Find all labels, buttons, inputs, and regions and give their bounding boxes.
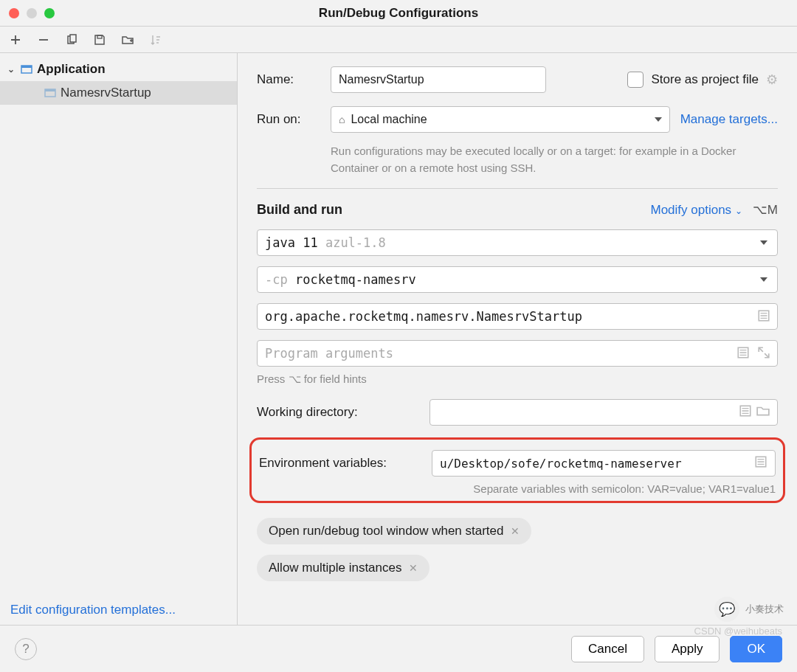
- maximize-window-icon[interactable]: [44, 8, 55, 18]
- divider: [257, 188, 778, 189]
- chip-allow-multiple[interactable]: Allow multiple instances ✕: [257, 555, 429, 581]
- list-icon[interactable]: [754, 455, 767, 471]
- svg-rect-6: [45, 89, 55, 91]
- application-icon: [21, 63, 32, 75]
- close-icon[interactable]: ✕: [511, 525, 520, 537]
- help-button[interactable]: ?: [15, 638, 37, 660]
- runon-select[interactable]: ⌂ Local machine: [331, 106, 670, 133]
- folder-icon[interactable]: [756, 404, 770, 420]
- store-project-file-label: Store as project file: [651, 72, 759, 87]
- apply-button[interactable]: Apply: [655, 636, 720, 662]
- main-class-value: org.apache.rocketmq.namesrv.NamesrvStart…: [265, 309, 582, 324]
- config-form: Name: NamesrvStartup Store as project fi…: [238, 53, 797, 625]
- folder-config-icon[interactable]: [121, 33, 134, 46]
- program-args-input[interactable]: Program arguments: [257, 340, 778, 367]
- name-input[interactable]: NamesrvStartup: [331, 66, 546, 93]
- env-input[interactable]: u/Desktop/sofe/rocketmq-nameserver: [432, 450, 776, 477]
- close-window-icon[interactable]: [9, 8, 19, 18]
- env-highlight-box: Environment variables: u/Desktop/sofe/ro…: [249, 437, 785, 503]
- cancel-button[interactable]: Cancel: [571, 636, 644, 662]
- window-title: Run/Debug Configurations: [0, 6, 797, 21]
- svg-rect-2: [97, 35, 102, 38]
- modify-shortcut: ⌥M: [753, 202, 778, 218]
- edit-templates-link[interactable]: Edit configuration templates...: [10, 603, 176, 617]
- add-config-icon[interactable]: [9, 33, 22, 46]
- list-icon[interactable]: [739, 404, 752, 420]
- env-value: u/Desktop/sofe/rocketmq-nameserver: [440, 457, 682, 471]
- sort-config-icon[interactable]: [149, 33, 162, 46]
- modify-options-link[interactable]: Modify options ⌄: [650, 203, 742, 218]
- working-dir-label: Working directory:: [257, 405, 419, 420]
- classpath-select[interactable]: -cp rocketmq-namesrv: [257, 266, 778, 293]
- env-label: Environment variables:: [259, 456, 421, 471]
- manage-targets-link[interactable]: Manage targets...: [680, 112, 778, 127]
- tree-node-label: Application: [37, 62, 106, 77]
- tree-node-application[interactable]: ⌄ Application: [0, 58, 237, 81]
- list-icon[interactable]: [736, 346, 750, 362]
- env-hint: Separate variables with semicolon: VAR=v…: [259, 482, 776, 495]
- ok-button[interactable]: OK: [730, 636, 782, 662]
- application-icon: [44, 87, 56, 99]
- chevron-down-icon: [760, 240, 767, 245]
- home-icon: ⌂: [339, 114, 345, 125]
- name-label: Name:: [257, 72, 320, 87]
- list-icon[interactable]: [757, 309, 770, 325]
- expand-icon[interactable]: [757, 346, 770, 362]
- jdk-primary: java 11: [265, 235, 318, 250]
- svg-rect-1: [70, 35, 76, 42]
- sidebar-toolbar: [0, 27, 797, 53]
- runon-label: Run on:: [257, 112, 320, 127]
- save-config-icon[interactable]: [93, 33, 106, 46]
- remove-config-icon[interactable]: [37, 33, 50, 46]
- program-args-placeholder: Program arguments: [265, 346, 393, 361]
- working-dir-input[interactable]: [429, 399, 778, 426]
- store-project-file-checkbox[interactable]: [627, 72, 644, 88]
- dialog-footer: ? Cancel Apply OK: [0, 625, 797, 672]
- tree-node-namesrvstartup[interactable]: NamesrvStartup: [0, 81, 237, 105]
- chip-open-tool-window[interactable]: Open run/debug tool window when started …: [257, 518, 531, 544]
- window-controls: [9, 8, 55, 18]
- cp-prefix: -cp: [265, 272, 288, 287]
- chevron-down-icon: [760, 277, 767, 282]
- tree-node-label: NamesrvStartup: [61, 86, 151, 100]
- cp-value: rocketmq-namesrv: [295, 272, 416, 287]
- close-icon[interactable]: ✕: [409, 562, 418, 574]
- chevron-down-icon: ⌄: [7, 64, 16, 75]
- field-hints: Press ⌥ for field hints: [257, 373, 778, 386]
- copy-config-icon[interactable]: [65, 33, 78, 46]
- gear-icon[interactable]: ⚙: [766, 72, 778, 88]
- runon-value: Local machine: [351, 113, 427, 126]
- svg-rect-4: [21, 66, 32, 68]
- main-class-input[interactable]: org.apache.rocketmq.namesrv.NamesrvStart…: [257, 303, 778, 330]
- chip-label: Allow multiple instances: [269, 561, 401, 575]
- runon-hint: Run configurations may be executed local…: [331, 143, 744, 176]
- config-tree-sidebar: ⌄ Application NamesrvStartup Edit config…: [0, 53, 238, 625]
- chevron-down-icon: ⌄: [735, 206, 742, 216]
- titlebar: Run/Debug Configurations: [0, 0, 797, 27]
- chevron-down-icon: [655, 117, 662, 122]
- build-and-run-title: Build and run: [257, 202, 342, 218]
- chip-label: Open run/debug tool window when started: [269, 524, 503, 538]
- minimize-window-icon[interactable]: [27, 8, 37, 18]
- jdk-secondary: azul-1.8: [325, 235, 386, 250]
- jdk-select[interactable]: java 11 azul-1.8: [257, 229, 778, 256]
